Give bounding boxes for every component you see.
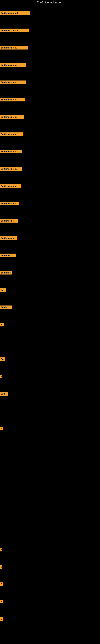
bottleneck-bar: B bbox=[0, 323, 4, 326]
bottleneck-bar: B bbox=[0, 617, 3, 621]
bottleneck-bar: B bbox=[0, 600, 3, 603]
bottleneck-bar: Bottleneck re bbox=[0, 236, 17, 240]
bottleneck-bar: Bottleneck resu bbox=[0, 98, 25, 102]
bottleneck-bar: Bottleneck resu bbox=[0, 80, 26, 84]
bottleneck-bar: B bbox=[0, 565, 2, 569]
bottleneck-bar: Bo bbox=[0, 358, 5, 361]
bottleneck-bar: B bbox=[0, 548, 2, 552]
bottleneck-bar: Bot bbox=[0, 288, 6, 292]
bottleneck-bar: Bottlen bbox=[0, 306, 12, 309]
bottleneck-bar: B bbox=[0, 582, 3, 586]
bottleneck-bar: Bottleneck res bbox=[0, 202, 19, 205]
bottleneck-bar: Bottleneck resu bbox=[0, 115, 24, 119]
bottleneck-bar: Bottleneck r bbox=[0, 254, 16, 257]
bottleneck-bar: Bottlenec bbox=[0, 271, 12, 274]
bottleneck-bar: Bottleneck resu bbox=[0, 46, 28, 50]
bottleneck-bar: Bottleneck resu bbox=[0, 132, 23, 136]
bottleneck-bar: Bottleneck re bbox=[0, 219, 18, 222]
bottleneck-bar: B bbox=[0, 375, 2, 378]
bottleneck-bar: Bottleneck resu bbox=[0, 167, 22, 171]
site-title: TheBottlenecker.com bbox=[0, 0, 100, 5]
bottleneck-bar: Bottleneck resu bbox=[0, 150, 22, 153]
bottleneck-bar: Bottleneck resu bbox=[0, 184, 21, 188]
bottleneck-bar: Bottleneck result bbox=[0, 11, 30, 15]
bottleneck-bar: Bott bbox=[0, 392, 8, 396]
bottleneck-bar: B bbox=[0, 427, 3, 430]
bottleneck-bar: Bottleneck result bbox=[0, 28, 29, 32]
bottleneck-bar: Bottleneck resu bbox=[0, 63, 26, 67]
